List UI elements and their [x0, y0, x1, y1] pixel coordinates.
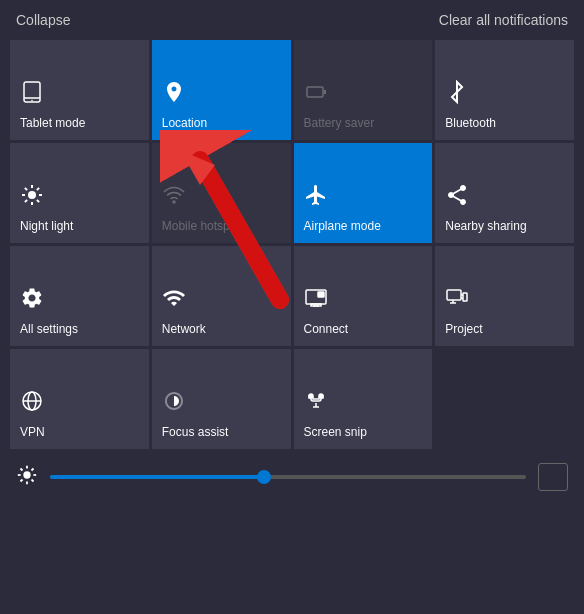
tile-tablet-mode-label: Tablet mode	[20, 116, 85, 130]
brightness-slider[interactable]	[50, 475, 526, 479]
tile-tablet-mode[interactable]: Tablet mode	[10, 40, 149, 140]
network-icon	[162, 286, 186, 316]
tile-connect[interactable]: Connect	[294, 246, 433, 346]
focus-assist-icon	[162, 389, 186, 419]
tile-all-settings-label: All settings	[20, 322, 78, 336]
tile-night-light[interactable]: Night light	[10, 143, 149, 243]
svg-point-30	[23, 471, 30, 478]
tile-nearby-sharing[interactable]: Nearby sharing	[435, 143, 574, 243]
tile-location-label: Location	[162, 116, 207, 130]
svg-line-37	[31, 468, 33, 470]
tile-night-light-label: Night light	[20, 219, 73, 233]
clear-notifications-button[interactable]: Clear all notifications	[439, 12, 568, 28]
airplane-mode-icon	[304, 183, 328, 213]
vpn-icon	[20, 389, 44, 419]
svg-line-11	[37, 200, 39, 202]
svg-rect-18	[318, 292, 324, 297]
battery-saver-icon	[304, 80, 328, 110]
tile-project-label: Project	[445, 322, 482, 336]
tile-focus-assist[interactable]: Focus assist	[152, 349, 291, 449]
tile-battery-saver[interactable]: Battery saver	[294, 40, 433, 140]
tile-empty	[435, 349, 574, 449]
bluetooth-icon	[445, 80, 469, 110]
svg-rect-0	[24, 82, 40, 102]
tile-nearby-sharing-label: Nearby sharing	[445, 219, 526, 233]
svg-line-38	[20, 479, 22, 481]
night-light-icon	[20, 183, 44, 213]
svg-line-36	[31, 479, 33, 481]
svg-point-5	[28, 191, 36, 199]
tile-bluetooth[interactable]: Bluetooth	[435, 40, 574, 140]
tile-all-settings[interactable]: All settings	[10, 246, 149, 346]
svg-rect-19	[447, 290, 461, 300]
brightness-row	[0, 449, 584, 505]
screen-snip-icon	[304, 389, 328, 419]
tile-battery-saver-label: Battery saver	[304, 116, 375, 130]
tablet-mode-icon	[20, 80, 44, 110]
tile-bluetooth-label: Bluetooth	[445, 116, 496, 130]
tile-airplane-mode-label: Airplane mode	[304, 219, 381, 233]
quick-actions-grid: Tablet mode Location Battery saver	[0, 40, 584, 449]
tile-network[interactable]: Network	[152, 246, 291, 346]
tile-connect-label: Connect	[304, 322, 349, 336]
project-icon	[445, 286, 469, 316]
mobile-hotspot-icon	[162, 183, 186, 213]
all-settings-icon	[20, 286, 44, 316]
tile-project[interactable]: Project	[435, 246, 574, 346]
tile-screen-snip[interactable]: Screen snip	[294, 349, 433, 449]
tile-screen-snip-label: Screen snip	[304, 425, 367, 439]
svg-point-29	[309, 394, 313, 398]
tile-location[interactable]: Location	[152, 40, 291, 140]
tile-mobile-hotspot-label: Mobile hotspot	[162, 219, 240, 233]
brightness-fill	[50, 475, 264, 479]
tile-mobile-hotspot[interactable]: Mobile hotspot	[152, 143, 291, 243]
tile-network-label: Network	[162, 322, 206, 336]
svg-point-28	[319, 394, 323, 398]
brightness-max-indicator	[538, 463, 568, 491]
svg-point-2	[31, 99, 33, 101]
svg-line-35	[20, 468, 22, 470]
svg-rect-22	[463, 293, 467, 301]
svg-point-14	[173, 201, 175, 203]
tile-airplane-mode[interactable]: Airplane mode	[294, 143, 433, 243]
connect-icon	[304, 286, 328, 316]
brightness-icon	[16, 464, 38, 491]
svg-line-10	[25, 188, 27, 190]
location-icon	[162, 80, 186, 110]
svg-line-13	[25, 200, 27, 202]
top-bar: Collapse Clear all notifications	[0, 0, 584, 38]
tile-focus-assist-label: Focus assist	[162, 425, 229, 439]
nearby-sharing-icon	[445, 183, 469, 213]
action-center: Collapse Clear all notifications Tablet …	[0, 0, 584, 614]
collapse-button[interactable]: Collapse	[16, 12, 70, 28]
brightness-thumb[interactable]	[257, 470, 271, 484]
svg-rect-3	[307, 87, 323, 97]
tile-vpn[interactable]: VPN	[10, 349, 149, 449]
svg-line-12	[37, 188, 39, 190]
tile-vpn-label: VPN	[20, 425, 45, 439]
